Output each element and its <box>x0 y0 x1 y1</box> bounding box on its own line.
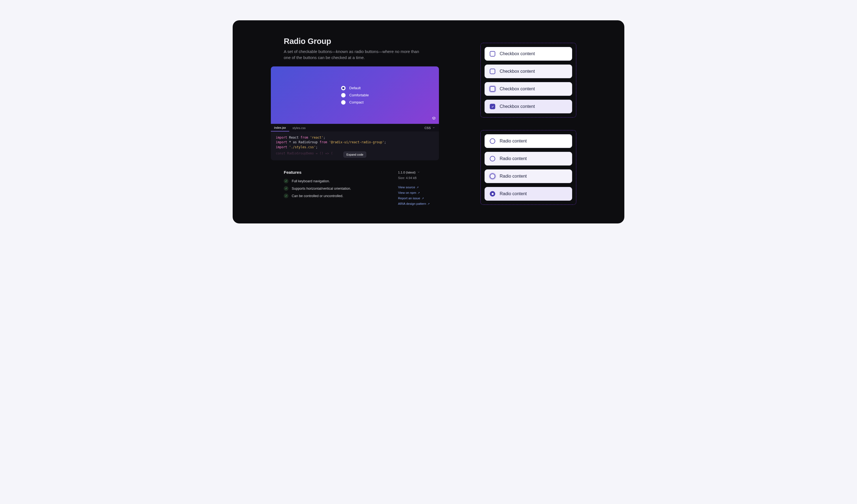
radio-icon <box>490 138 495 144</box>
radio-indicator-icon <box>341 86 346 90</box>
feature-item: ✓ Full keyboard navigation. <box>284 179 374 184</box>
features-section: Features ✓ Full keyboard navigation. ✓ S… <box>284 170 374 198</box>
radio-group-demo[interactable]: Default Comfortable Compact <box>341 86 369 105</box>
link-view-source[interactable]: View source↗ <box>398 186 439 189</box>
checkbox-states-preview: Checkbox content Checkbox content Checkb… <box>481 43 576 118</box>
checkbox-card-default[interactable]: Checkbox content <box>485 47 572 61</box>
radio-option[interactable]: Default <box>341 86 369 90</box>
checkbox-label: Checkbox content <box>500 69 535 74</box>
radio-label: Radio content <box>500 139 527 143</box>
checkbox-label: Checkbox content <box>500 86 535 91</box>
link-report-issue[interactable]: Report an issue↗ <box>398 196 439 200</box>
external-link-icon: ↗ <box>427 202 430 205</box>
check-icon: ✓ <box>284 186 288 191</box>
external-link-icon: ↗ <box>416 186 419 189</box>
page-subtitle: A set of checkable buttons—known as radi… <box>284 49 421 61</box>
link-aria-pattern[interactable]: ARIA design pattern↗ <box>398 202 439 205</box>
radio-card-default[interactable]: Radio content <box>485 134 572 148</box>
code-tabs: index.jsx styles.css CSS <box>271 124 439 132</box>
language-select-label: CSS <box>424 126 431 129</box>
radio-label: Radio content <box>500 191 527 196</box>
checkbox-card-hover[interactable]: Checkbox content <box>485 65 572 78</box>
radio-states-preview: Radio content Radio content Radio conten… <box>481 130 576 205</box>
component-demo-hero: Default Comfortable Compact <box>271 66 439 124</box>
language-select[interactable]: CSS <box>421 124 439 132</box>
checkbox-label: Checkbox content <box>500 51 535 56</box>
checkbox-icon <box>490 86 495 92</box>
external-link-icon: ↗ <box>418 191 420 194</box>
tab-styles-css[interactable]: styles.css <box>289 124 309 132</box>
package-meta: 1.1.0 (latest) Size: 4.94 kB View source… <box>398 171 439 205</box>
checkbox-icon <box>490 51 495 56</box>
radio-label: Radio content <box>500 174 527 179</box>
radio-indicator-icon <box>341 100 346 105</box>
check-icon: ✓ <box>284 193 288 198</box>
chevron-down-icon <box>432 126 435 129</box>
tab-index-jsx[interactable]: index.jsx <box>271 124 289 132</box>
radio-icon <box>490 173 495 179</box>
expand-code-button[interactable]: Expand code <box>343 152 366 158</box>
dark-panel: Radio Group A set of checkable buttons—k… <box>233 20 624 223</box>
checkbox-checked-icon <box>490 104 495 109</box>
radio-indicator-icon <box>341 93 346 98</box>
chevron-down-icon <box>417 171 420 174</box>
link-view-npm[interactable]: View on npm↗ <box>398 191 439 194</box>
external-link-icon: ↗ <box>422 197 424 200</box>
checkbox-icon <box>490 69 495 74</box>
radio-option[interactable]: Compact <box>341 100 369 105</box>
feature-item: ✓ Can be controlled or uncontrolled. <box>284 193 374 198</box>
checkbox-card-checked[interactable]: Checkbox content <box>485 100 572 114</box>
feature-item: ✓ Supports horizontal/vertical orientati… <box>284 186 374 191</box>
radio-option[interactable]: Comfortable <box>341 93 369 98</box>
radio-checked-icon <box>490 191 495 196</box>
radio-card-hover[interactable]: Radio content <box>485 152 572 166</box>
radio-card-focus[interactable]: Radio content <box>485 169 572 183</box>
docs-header: Radio Group A set of checkable buttons—k… <box>284 37 439 61</box>
radio-card-checked[interactable]: Radio content <box>485 187 572 201</box>
codesandbox-icon[interactable] <box>432 116 436 121</box>
page-title: Radio Group <box>284 37 439 46</box>
checkbox-card-focus[interactable]: Checkbox content <box>485 82 572 96</box>
package-size: Size: 4.94 kB <box>398 176 439 179</box>
radio-label: Radio content <box>500 156 527 161</box>
radio-option-label: Comfortable <box>349 93 369 97</box>
checkbox-label: Checkbox content <box>500 104 535 109</box>
code-block: import React from 'react'; import * as R… <box>271 132 439 160</box>
check-icon: ✓ <box>284 179 288 184</box>
radio-icon <box>490 156 495 161</box>
features-heading: Features <box>284 170 374 175</box>
version-select[interactable]: 1.1.0 (latest) <box>398 171 439 174</box>
radio-option-label: Default <box>349 86 360 90</box>
radio-option-label: Compact <box>349 100 364 104</box>
